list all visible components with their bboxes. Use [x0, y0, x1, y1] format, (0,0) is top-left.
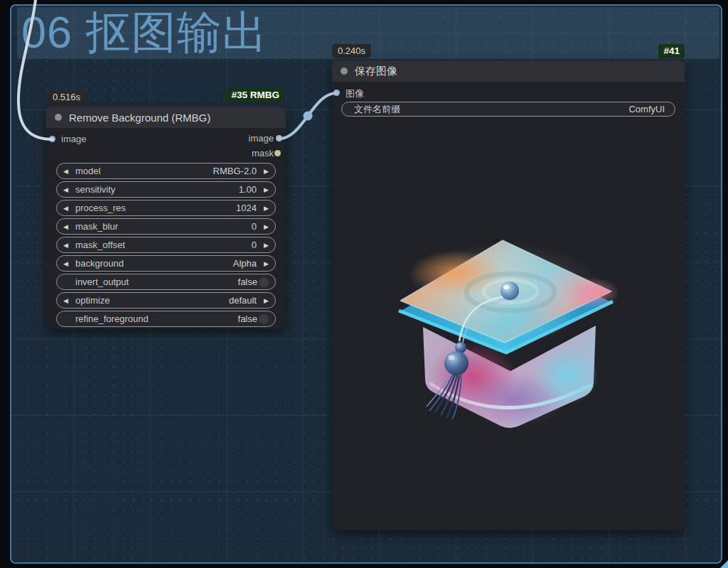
output-label-mask: mask	[252, 148, 274, 159]
save-id-badge: #41	[658, 44, 685, 58]
widget-value: RMBG-2.0	[213, 166, 257, 176]
combo-prev-icon[interactable]: ◀	[63, 297, 71, 304]
toggle-knob-icon[interactable]	[259, 314, 269, 324]
collapse-dot-icon[interactable]	[55, 114, 62, 121]
image-preview-graduation-cap	[384, 213, 626, 455]
widget-label: 文件名前缀	[354, 103, 628, 116]
toggle-knob-icon[interactable]	[259, 277, 269, 287]
rmbg-timing-tag: 0.516s	[47, 90, 86, 105]
input-label-image: 图像	[346, 87, 364, 100]
combo-next-icon[interactable]: ▶	[261, 260, 269, 267]
widget-value: false	[238, 277, 257, 287]
widget-background[interactable]: ◀ background Alpha ▶	[56, 255, 276, 272]
input-port-image[interactable]	[49, 136, 55, 142]
widget-label: process_res	[75, 203, 236, 213]
widget-value: 1024	[236, 203, 257, 213]
widget-sensitivity[interactable]: ◀ sensitivity 1.00 ▶	[56, 181, 276, 198]
group-title: 06 抠图输出	[21, 4, 268, 60]
save-node-header[interactable]: 保存图像	[332, 60, 685, 82]
widget-process-res[interactable]: ◀ process_res 1024 ▶	[56, 200, 276, 216]
combo-prev-icon[interactable]: ◀	[63, 168, 71, 175]
widget-value: Alpha	[233, 258, 257, 269]
combo-prev-icon[interactable]: ◀	[63, 186, 71, 193]
input-port-image[interactable]	[333, 90, 340, 96]
combo-next-icon[interactable]: ▶	[261, 242, 269, 249]
widget-label: mask_offset	[75, 240, 252, 250]
widget-value: 0	[252, 221, 257, 232]
rmbg-widgets: ◀ model RMBG-2.0 ▶ ◀ sensitivity 1.00 ▶ …	[46, 163, 286, 329]
widget-label: model	[75, 166, 213, 176]
widget-value: ComfyUI	[628, 104, 665, 114]
collapse-dot-icon[interactable]	[341, 68, 348, 75]
widget-model[interactable]: ◀ model RMBG-2.0 ▶	[56, 163, 276, 179]
widget-label: refine_foreground	[75, 314, 238, 324]
widget-mask-offset[interactable]: ◀ mask_offset 0 ▶	[56, 237, 276, 253]
widget-label: sensitivity	[75, 184, 239, 195]
widget-value: default	[229, 295, 257, 306]
widget-refine-foreground[interactable]: refine_foreground false	[56, 311, 276, 327]
widget-mask-blur[interactable]: ◀ mask_blur 0 ▶	[56, 218, 276, 235]
widget-value: 1.00	[239, 184, 257, 195]
save-node-title: 保存图像	[355, 65, 397, 78]
input-label-image: image	[61, 134, 86, 144]
combo-prev-icon[interactable]: ◀	[63, 223, 71, 230]
combo-next-icon[interactable]: ▶	[261, 223, 269, 230]
node-remove-background[interactable]: Remove Background (RMBG) image image mas…	[46, 107, 286, 328]
widget-label: background	[75, 258, 233, 269]
widget-label: mask_blur	[75, 221, 252, 232]
output-port-mask[interactable]	[274, 150, 281, 156]
widget-label: invert_output	[75, 277, 238, 287]
rmbg-id-badge: #35 RMBG	[226, 88, 284, 102]
save-timing-tag: 0.240s	[332, 44, 371, 58]
combo-prev-icon[interactable]: ◀	[63, 260, 71, 267]
widget-label: optimize	[75, 295, 229, 306]
output-port-image[interactable]	[276, 135, 282, 141]
widget-invert-output[interactable]: invert_output false	[56, 274, 276, 290]
canvas-corner-grip[interactable]	[719, 554, 728, 568]
rmbg-node-title: Remove Background (RMBG)	[69, 112, 210, 124]
widget-optimize[interactable]: ◀ optimize default ▶	[56, 292, 276, 309]
rmbg-node-header[interactable]: Remove Background (RMBG)	[46, 107, 286, 128]
combo-next-icon[interactable]: ▶	[261, 205, 269, 212]
output-label-image: image	[249, 133, 274, 144]
node-save-image[interactable]: 保存图像 图像 文件名前缀 ComfyUI	[332, 60, 685, 530]
combo-prev-icon[interactable]: ◀	[63, 242, 71, 249]
widget-filename-prefix[interactable]: 文件名前缀 ComfyUI	[341, 102, 675, 117]
workflow-canvas[interactable]: 06 抠图输出 0.516s #35 RMBG Remove Backgroun…	[0, 0, 728, 568]
combo-next-icon[interactable]: ▶	[261, 297, 269, 304]
widget-value: 0	[252, 240, 257, 250]
combo-next-icon[interactable]: ▶	[261, 168, 269, 175]
widget-value: false	[238, 314, 257, 324]
combo-prev-icon[interactable]: ◀	[63, 205, 71, 212]
combo-next-icon[interactable]: ▶	[261, 186, 269, 193]
